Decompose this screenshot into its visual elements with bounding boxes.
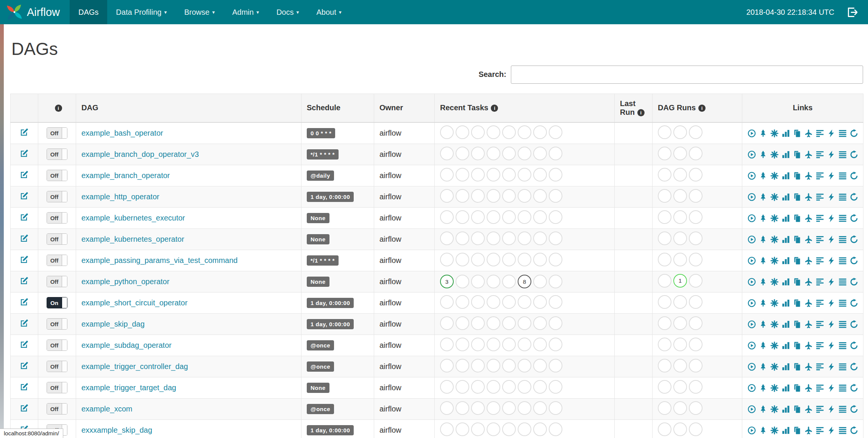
edit-dag-icon[interactable] <box>20 149 29 158</box>
task-status-circle[interactable] <box>518 125 531 139</box>
dag-run-circle[interactable] <box>689 168 703 181</box>
dag-run-circle[interactable] <box>689 316 703 330</box>
dag-run-circle[interactable] <box>658 210 671 224</box>
dag-link[interactable]: exxxample_skip_dag <box>81 426 152 434</box>
landing-times-icon[interactable] <box>804 214 813 222</box>
landing-times-icon[interactable] <box>804 299 813 307</box>
code-view-icon[interactable] <box>827 214 835 222</box>
nav-item-dags[interactable]: DAGs <box>70 0 107 24</box>
logs-icon[interactable] <box>838 384 847 392</box>
task-status-circle[interactable] <box>518 189 531 203</box>
task-status-circle[interactable] <box>471 253 485 266</box>
edit-dag-icon[interactable] <box>20 213 29 222</box>
task-status-circle[interactable] <box>456 401 469 415</box>
task-status-circle[interactable] <box>549 401 562 415</box>
dag-pause-toggle[interactable]: Off <box>47 276 68 287</box>
dag-link[interactable]: example_short_circuit_operator <box>81 299 187 307</box>
dag-run-circle[interactable] <box>689 422 703 436</box>
dag-link[interactable]: example_xcom <box>81 405 133 413</box>
tree-view-icon[interactable] <box>759 299 767 307</box>
task-duration-icon[interactable] <box>782 405 790 413</box>
gantt-icon[interactable] <box>816 172 824 180</box>
task-status-circle[interactable] <box>549 422 562 436</box>
dag-run-circle[interactable] <box>658 422 671 436</box>
gantt-icon[interactable] <box>816 214 824 222</box>
dag-pause-toggle[interactable]: Off <box>47 255 68 266</box>
task-tries-icon[interactable] <box>793 341 801 350</box>
landing-times-icon[interactable] <box>804 363 813 371</box>
logout-icon[interactable] <box>847 7 857 17</box>
tree-view-icon[interactable] <box>759 363 767 371</box>
dag-run-circle[interactable] <box>689 232 703 245</box>
task-tries-icon[interactable] <box>793 363 801 371</box>
task-status-circle[interactable] <box>471 338 485 351</box>
nav-item-admin[interactable]: Admin ▾ <box>223 0 268 24</box>
dag-run-circle[interactable] <box>658 189 671 203</box>
tree-view-icon[interactable] <box>759 341 767 350</box>
task-status-circle[interactable] <box>487 189 500 203</box>
refresh-icon[interactable] <box>850 129 858 138</box>
code-view-icon[interactable] <box>827 193 835 201</box>
task-tries-icon[interactable] <box>793 278 801 286</box>
dag-run-circle[interactable] <box>689 295 703 309</box>
task-status-circle[interactable] <box>487 168 500 181</box>
nav-item-data-profiling[interactable]: Data Profiling ▾ <box>107 0 175 24</box>
dag-pause-toggle[interactable]: Off <box>47 170 68 181</box>
tree-view-icon[interactable] <box>759 278 767 286</box>
task-duration-icon[interactable] <box>782 299 790 307</box>
trigger-dag-icon[interactable] <box>748 150 756 159</box>
dag-link[interactable]: example_python_operator <box>81 277 169 286</box>
nav-item-about[interactable]: About ▾ <box>308 0 350 24</box>
trigger-dag-icon[interactable] <box>748 405 756 413</box>
task-status-circle[interactable] <box>456 125 469 139</box>
task-status-circle[interactable] <box>456 422 469 436</box>
task-status-circle[interactable] <box>471 125 485 139</box>
graph-view-icon[interactable] <box>770 150 779 159</box>
refresh-icon[interactable] <box>850 172 858 180</box>
trigger-dag-icon[interactable] <box>748 320 756 328</box>
trigger-dag-icon[interactable] <box>748 214 756 222</box>
trigger-dag-icon[interactable] <box>748 426 756 435</box>
code-view-icon[interactable] <box>827 341 835 350</box>
task-tries-icon[interactable] <box>793 299 801 307</box>
trigger-dag-icon[interactable] <box>748 193 756 201</box>
dag-run-circle[interactable] <box>673 147 687 160</box>
tree-view-icon[interactable] <box>759 172 767 180</box>
task-status-circle[interactable] <box>533 338 547 351</box>
nav-item-browse[interactable]: Browse ▾ <box>175 0 223 24</box>
task-status-circle[interactable] <box>440 168 454 181</box>
logs-icon[interactable] <box>838 150 847 159</box>
logs-icon[interactable] <box>838 172 847 180</box>
task-duration-icon[interactable] <box>782 384 790 392</box>
dag-run-circle[interactable] <box>673 232 687 245</box>
dag-run-circle[interactable] <box>658 232 671 245</box>
tree-view-icon[interactable] <box>759 320 767 328</box>
task-tries-icon[interactable] <box>793 320 801 328</box>
task-duration-icon[interactable] <box>782 320 790 328</box>
dag-run-circle[interactable] <box>673 125 687 139</box>
task-tries-icon[interactable] <box>793 384 801 392</box>
graph-view-icon[interactable] <box>770 320 779 328</box>
task-status-circle[interactable] <box>471 232 485 245</box>
task-tries-icon[interactable] <box>793 426 801 435</box>
dag-run-circle[interactable] <box>689 359 703 372</box>
task-status-circle[interactable] <box>440 422 454 436</box>
graph-view-icon[interactable] <box>770 235 779 244</box>
tree-view-icon[interactable] <box>759 384 767 392</box>
nav-item-docs[interactable]: Docs ▾ <box>268 0 308 24</box>
refresh-icon[interactable] <box>850 363 858 371</box>
edit-dag-icon[interactable] <box>20 255 29 264</box>
landing-times-icon[interactable] <box>804 150 813 159</box>
code-view-icon[interactable] <box>827 172 835 180</box>
dag-run-circle[interactable] <box>689 401 703 415</box>
task-tries-icon[interactable] <box>793 172 801 180</box>
task-status-circle[interactable] <box>502 189 516 203</box>
task-status-circle[interactable] <box>471 316 485 330</box>
code-view-icon[interactable] <box>827 299 835 307</box>
task-status-circle[interactable] <box>487 275 500 288</box>
refresh-icon[interactable] <box>850 320 858 328</box>
task-status-circle[interactable] <box>502 232 516 245</box>
landing-times-icon[interactable] <box>804 384 813 392</box>
task-status-circle[interactable] <box>549 232 562 245</box>
logs-icon[interactable] <box>838 299 847 307</box>
